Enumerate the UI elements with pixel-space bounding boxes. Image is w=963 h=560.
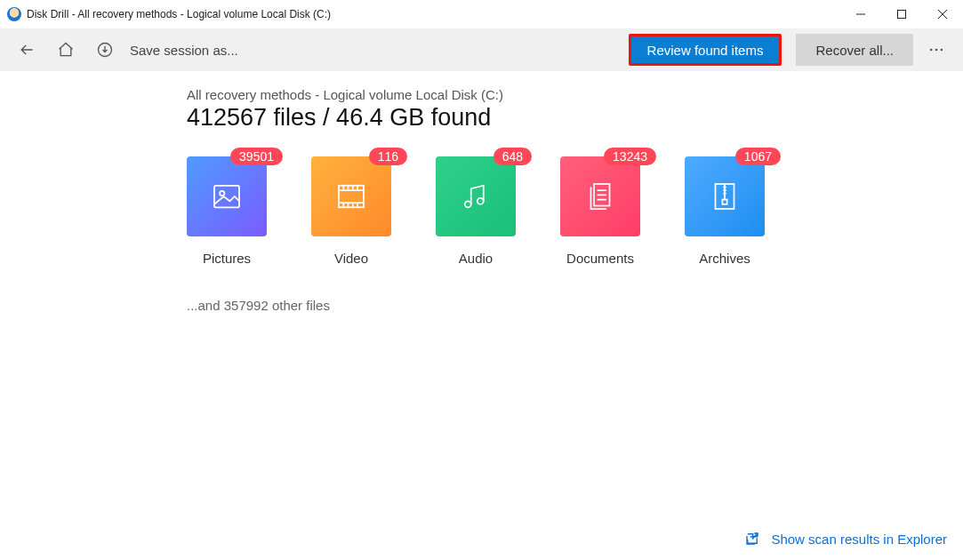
svg-point-4 — [941, 49, 943, 52]
svg-point-3 — [935, 49, 938, 52]
other-files-text: ...and 357992 other files — [187, 298, 963, 313]
category-count-badge: 648 — [494, 148, 532, 165]
close-icon — [938, 10, 947, 19]
category-audio[interactable]: 648Audio — [436, 156, 516, 266]
svg-point-8 — [465, 201, 471, 207]
home-button[interactable] — [50, 34, 82, 66]
category-count-badge: 1067 — [735, 148, 781, 165]
svg-rect-12 — [722, 200, 726, 204]
minimize-icon — [856, 10, 865, 19]
category-label: Pictures — [203, 251, 251, 266]
category-video[interactable]: 116Video — [311, 156, 391, 266]
window-title: Disk Drill - All recovery methods - Logi… — [27, 8, 331, 20]
category-label: Documents — [566, 251, 634, 266]
category-tile: 39501 — [187, 156, 267, 236]
svg-point-2 — [930, 49, 933, 52]
film-icon — [333, 178, 370, 215]
maximize-button[interactable] — [881, 0, 922, 28]
back-button[interactable] — [11, 34, 43, 66]
category-documents[interactable]: 13243Documents — [560, 156, 640, 266]
main: All recovery methods - Logical volume Lo… — [0, 71, 963, 517]
svg-point-9 — [477, 198, 484, 204]
category-tile: 116 — [311, 156, 391, 236]
maximize-icon — [897, 10, 906, 19]
toolbar: Save session as... Review found items Re… — [0, 28, 963, 71]
archive-icon — [706, 178, 743, 215]
svg-point-6 — [220, 191, 224, 196]
home-icon — [57, 41, 75, 59]
svg-rect-7 — [339, 186, 364, 208]
document-icon — [582, 178, 619, 215]
category-tile: 648 — [436, 156, 516, 236]
save-session-label[interactable]: Save session as... — [130, 43, 238, 58]
show-in-explorer-link[interactable]: Show scan results in Explorer — [744, 531, 947, 547]
category-label: Audio — [459, 251, 493, 266]
save-session-icon-button[interactable] — [89, 34, 121, 66]
download-icon — [96, 41, 114, 59]
category-archives[interactable]: 1067Archives — [685, 156, 765, 266]
back-arrow-icon — [18, 41, 36, 59]
category-count-badge: 116 — [369, 148, 407, 165]
titlebar: Disk Drill - All recovery methods - Logi… — [0, 0, 963, 28]
category-tile: 1067 — [685, 156, 765, 236]
minimize-button[interactable] — [840, 0, 881, 28]
svg-rect-0 — [898, 11, 906, 19]
category-pictures[interactable]: 39501Pictures — [187, 156, 267, 266]
image-icon — [208, 178, 245, 215]
scan-headline: 412567 files / 46.4 GB found — [187, 104, 963, 132]
more-button[interactable] — [920, 34, 952, 66]
more-icon — [927, 41, 945, 59]
app-icon — [7, 7, 21, 21]
close-button[interactable] — [922, 0, 963, 28]
music-icon — [457, 178, 494, 215]
category-count-badge: 13243 — [604, 148, 656, 165]
recover-all-label: Recover all... — [815, 43, 894, 58]
scan-subtitle: All recovery methods - Logical volume Lo… — [187, 87, 963, 102]
category-tile: 13243 — [560, 156, 640, 236]
show-in-explorer-label: Show scan results in Explorer — [771, 532, 947, 547]
review-found-items-label: Review found items — [647, 43, 764, 58]
bottombar: Show scan results in Explorer — [0, 517, 963, 560]
review-found-items-button[interactable]: Review found items — [629, 34, 782, 66]
category-label: Archives — [699, 251, 750, 266]
open-external-icon — [744, 531, 760, 547]
category-count-badge: 39501 — [230, 148, 283, 165]
recover-all-button[interactable]: Recover all... — [796, 34, 913, 66]
category-label: Video — [334, 251, 368, 266]
